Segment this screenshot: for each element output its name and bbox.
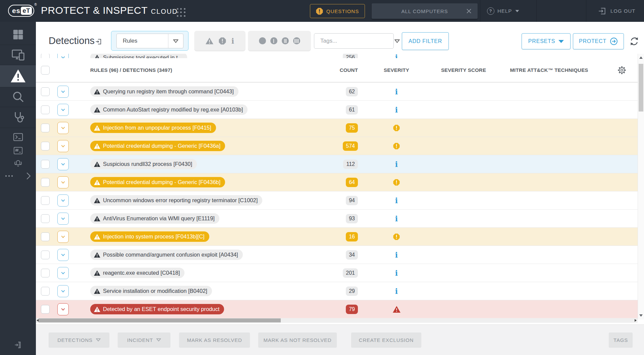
column-severity[interactable]: SEVERITY bbox=[384, 67, 409, 73]
table-row[interactable]: Querying run registry item through comma… bbox=[36, 82, 638, 100]
sidebar-item-search[interactable] bbox=[0, 88, 36, 105]
create-exclusion-button[interactable]: CREATE EXCLUSION bbox=[351, 332, 421, 347]
close-icon[interactable] bbox=[466, 8, 472, 14]
expand-chevron-button[interactable] bbox=[57, 194, 69, 207]
row-checkbox[interactable] bbox=[41, 232, 50, 241]
expand-chevron-button[interactable] bbox=[57, 104, 69, 116]
rules-select[interactable]: Rules bbox=[116, 34, 183, 48]
logout-button[interactable]: LOG OUT bbox=[598, 0, 636, 22]
tags-input[interactable] bbox=[314, 38, 394, 44]
expand-chevron-right-icon[interactable] bbox=[26, 172, 31, 180]
sidebar-item-computers[interactable] bbox=[0, 47, 36, 63]
rule-badge[interactable]: Uncommon windows error reporting registr… bbox=[90, 195, 262, 206]
rule-badge[interactable]: Submissions tool executed in t... bbox=[90, 54, 187, 58]
row-checkbox[interactable] bbox=[41, 269, 50, 277]
vertical-scrollbar-thumb[interactable] bbox=[639, 64, 643, 112]
severity-info-filter-icon[interactable]: i bbox=[231, 37, 234, 45]
incident-action-button[interactable]: INCIDENT bbox=[118, 332, 170, 347]
sidebar-item-notifications[interactable] bbox=[0, 157, 36, 170]
scroll-right-arrow[interactable] bbox=[635, 319, 637, 322]
severity-alert-filter-icon[interactable] bbox=[219, 37, 226, 45]
expand-chevron-button[interactable] bbox=[57, 86, 69, 98]
table-row[interactable]: Uncommon windows error reporting registr… bbox=[36, 191, 638, 209]
rule-badge[interactable]: Querying run registry item through comma… bbox=[90, 86, 238, 97]
table-row[interactable]: Common AutoStart registry modified by re… bbox=[36, 100, 638, 119]
sidebar-item-dashboard[interactable] bbox=[0, 27, 36, 43]
table-row[interactable]: Injection from an unpopular process [F04… bbox=[36, 119, 638, 137]
table-settings-gear-icon[interactable] bbox=[618, 66, 626, 75]
column-mitre[interactable]: MITRE ATT&CK™ TECHNIQUES bbox=[510, 67, 588, 73]
apps-grid-icon[interactable] bbox=[176, 7, 186, 18]
table-row[interactable]: Possible command/argument confusion expl… bbox=[36, 246, 638, 264]
detections-action-button[interactable]: DETECTIONS bbox=[49, 332, 109, 347]
horizontal-scrollbar[interactable] bbox=[36, 318, 638, 323]
horizontal-scrollbar-thumb[interactable] bbox=[39, 318, 281, 322]
expand-chevron-button[interactable] bbox=[57, 285, 69, 297]
level-1-filter-icon[interactable] bbox=[270, 37, 277, 44]
mark-resolved-button[interactable]: MARK AS RESOLVED bbox=[179, 332, 250, 347]
scroll-up-arrow[interactable] bbox=[639, 56, 643, 59]
column-severity-score[interactable]: SEVERITY SCORE bbox=[441, 67, 486, 73]
rule-badge[interactable]: Potential credential dumping - Generic [… bbox=[90, 141, 225, 151]
rule-badge[interactable]: reagentc.exe executed [C0418] bbox=[90, 268, 184, 278]
rule-badge[interactable]: Injection into system process [F0413b][C… bbox=[90, 231, 209, 242]
expand-chevron-button[interactable] bbox=[57, 122, 69, 134]
sidebar-item-more[interactable] bbox=[0, 170, 36, 182]
table-row[interactable]: Submissions tool executed in t... 256 i bbox=[36, 54, 638, 58]
tags-button[interactable]: TAGS bbox=[609, 332, 633, 347]
presets-button[interactable]: PRESETS bbox=[522, 33, 571, 49]
expand-chevron-button[interactable] bbox=[57, 231, 69, 243]
all-computers-selector[interactable]: ALL COMPUTERS bbox=[372, 3, 478, 19]
sidebar-item-detections[interactable] bbox=[0, 66, 36, 86]
row-checkbox[interactable] bbox=[41, 251, 50, 259]
refresh-icon[interactable] bbox=[629, 36, 639, 46]
row-checkbox[interactable] bbox=[41, 87, 50, 96]
expand-chevron-button[interactable] bbox=[57, 249, 69, 261]
rule-badge[interactable]: Suspicious rundll32 process [F0430] bbox=[90, 159, 197, 169]
rule-badge[interactable]: AntiVirus Enumeration via WMI query [E11… bbox=[90, 213, 219, 224]
table-row[interactable]: Potential credential dumping - Generic [… bbox=[36, 137, 638, 155]
level-3-filter-icon[interactable] bbox=[293, 37, 300, 44]
expand-chevron-button[interactable] bbox=[57, 213, 69, 225]
help-menu[interactable]: ? HELP bbox=[487, 0, 520, 22]
row-checkbox[interactable] bbox=[41, 54, 50, 58]
table-row[interactable]: Potential credential dumping - Generic [… bbox=[36, 173, 638, 191]
rule-badge[interactable]: Service installation or modification [B0… bbox=[90, 286, 212, 296]
column-rules-detections[interactable]: RULES (96) / DETECTIONS (3497) bbox=[90, 67, 172, 73]
tags-filter[interactable] bbox=[314, 33, 394, 49]
rule-badge[interactable]: Common AutoStart registry modified by re… bbox=[90, 104, 248, 115]
table-row[interactable]: Suspicious rundll32 process [F0430] 112 … bbox=[36, 155, 638, 173]
sidebar-collapse-button[interactable] bbox=[0, 340, 36, 350]
open-in-panel-icon[interactable] bbox=[95, 38, 102, 45]
sidebar-item-rules-editor[interactable] bbox=[0, 144, 36, 157]
expand-chevron-button[interactable] bbox=[57, 140, 69, 152]
level-2-filter-icon[interactable] bbox=[282, 37, 289, 44]
row-checkbox[interactable] bbox=[41, 124, 50, 132]
level-0-filter-icon[interactable] bbox=[259, 37, 266, 44]
rule-badge[interactable]: Possible command/argument confusion expl… bbox=[90, 250, 243, 260]
table-row[interactable]: Service installation or modification [B0… bbox=[36, 282, 638, 300]
rule-badge[interactable]: Potential credential dumping - Generic [… bbox=[90, 177, 225, 187]
table-row[interactable]: reagentc.exe executed [C0418] 201 i bbox=[36, 264, 638, 282]
row-checkbox[interactable] bbox=[41, 105, 50, 114]
expand-chevron-button[interactable] bbox=[57, 267, 69, 279]
protect-button[interactable]: PROTECT bbox=[573, 33, 624, 49]
expand-chevron-button[interactable] bbox=[57, 303, 69, 315]
severity-warning-filter-icon[interactable] bbox=[206, 38, 213, 44]
mark-not-resolved-button[interactable]: MARK AS NOT RESOLVED bbox=[258, 332, 337, 347]
row-checkbox[interactable] bbox=[41, 142, 50, 150]
sidebar-item-diagnostics[interactable] bbox=[0, 108, 36, 126]
questions-button[interactable]: QUESTIONS bbox=[310, 4, 365, 18]
vertical-scrollbar[interactable] bbox=[638, 54, 644, 319]
table-row[interactable]: Detected by an ESET endpoint security pr… bbox=[36, 300, 638, 318]
scroll-down-arrow[interactable] bbox=[639, 314, 643, 317]
column-count[interactable]: COUNT bbox=[340, 67, 358, 73]
rule-badge[interactable]: Detected by an ESET endpoint security pr… bbox=[90, 304, 224, 314]
add-filter-button[interactable]: ADD FILTER bbox=[402, 32, 449, 50]
row-checkbox[interactable] bbox=[41, 287, 50, 296]
select-all-checkbox[interactable] bbox=[41, 66, 50, 75]
expand-chevron-button[interactable] bbox=[57, 54, 69, 58]
expand-chevron-button[interactable] bbox=[57, 176, 69, 188]
rule-badge[interactable]: Injection from an unpopular process [F04… bbox=[90, 123, 216, 133]
row-checkbox[interactable] bbox=[41, 178, 50, 187]
